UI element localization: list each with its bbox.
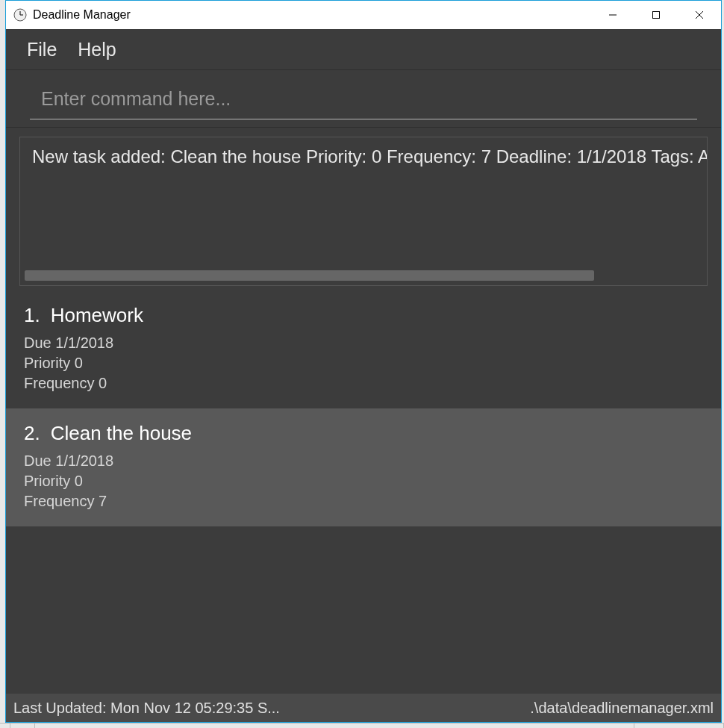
output-wrapper: New task added: Clean the house Priority… bbox=[6, 127, 721, 286]
titlebar[interactable]: Deadline Manager bbox=[6, 1, 721, 29]
maximize-button[interactable] bbox=[634, 1, 678, 29]
app-window: Deadline Manager File Help bbox=[5, 0, 722, 723]
task-title-row: 2. Clean the house bbox=[24, 422, 706, 445]
window-title: Deadline Manager bbox=[33, 8, 591, 22]
statusbar: Last Updated: Mon Nov 12 05:29:35 S... .… bbox=[6, 694, 721, 722]
task-item[interactable]: 2. Clean the house Due 1/1/2018 Priority… bbox=[6, 408, 721, 526]
maximize-icon bbox=[652, 10, 661, 19]
task-name: Homework bbox=[51, 304, 143, 327]
output-message: New task added: Clean the house Priority… bbox=[20, 137, 707, 176]
command-input[interactable] bbox=[30, 84, 697, 119]
task-list: 1. Homework Due 1/1/2018 Priority 0 Freq… bbox=[6, 290, 721, 694]
task-frequency: Frequency 0 bbox=[24, 373, 706, 393]
task-name: Clean the house bbox=[51, 422, 192, 445]
menu-file[interactable]: File bbox=[27, 39, 57, 60]
task-priority: Priority 0 bbox=[24, 353, 706, 373]
output-box: New task added: Clean the house Priority… bbox=[19, 137, 708, 286]
task-number: 1. bbox=[24, 304, 40, 327]
scrollbar-thumb[interactable] bbox=[25, 270, 594, 281]
task-priority: Priority 0 bbox=[24, 471, 706, 491]
task-due: Due 1/1/2018 bbox=[24, 333, 706, 353]
app-clock-icon bbox=[13, 8, 27, 22]
close-button[interactable] bbox=[678, 1, 721, 29]
minimize-button[interactable] bbox=[591, 1, 634, 29]
task-item[interactable]: 1. Homework Due 1/1/2018 Priority 0 Freq… bbox=[6, 290, 721, 408]
task-title-row: 1. Homework bbox=[24, 304, 706, 327]
window-controls bbox=[591, 1, 721, 29]
menu-help[interactable]: Help bbox=[78, 39, 116, 60]
status-file-path: .\data\deadlinemanager.xml bbox=[530, 700, 714, 717]
task-frequency: Frequency 7 bbox=[24, 491, 706, 511]
task-number: 2. bbox=[24, 422, 40, 445]
app-body: File Help New task added: Clean the hous… bbox=[6, 29, 721, 722]
menubar: File Help bbox=[6, 29, 721, 70]
task-due: Due 1/1/2018 bbox=[24, 451, 706, 471]
minimize-icon bbox=[608, 10, 617, 19]
command-area bbox=[6, 70, 721, 119]
svg-rect-4 bbox=[653, 12, 660, 19]
close-icon bbox=[694, 10, 705, 20]
status-last-updated: Last Updated: Mon Nov 12 05:29:35 S... bbox=[13, 700, 280, 717]
horizontal-scrollbar[interactable] bbox=[25, 270, 702, 281]
desktop-edge bbox=[0, 723, 724, 728]
